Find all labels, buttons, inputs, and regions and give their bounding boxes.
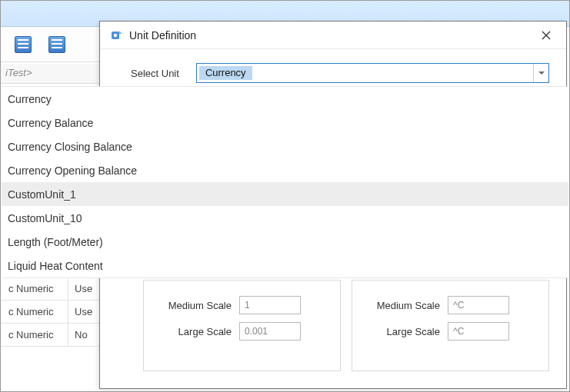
dropdown-option[interactable]: CustomUnit_1 — [2, 182, 568, 206]
cell-scope: No — [68, 329, 88, 341]
select-unit-combobox[interactable]: Currency — [196, 63, 549, 83]
unit-dropdown-list[interactable]: Currency Currency Balance Currency Closi… — [2, 86, 568, 278]
cell-type: c Numeric — [1, 301, 68, 323]
titlebar: Unit Definition — [100, 22, 566, 49]
cell-type: c Numeric — [1, 277, 68, 300]
medium-scale-label: Medium Scale — [363, 300, 440, 311]
background-toolbar — [1, 27, 101, 62]
dropdown-option[interactable]: Length (Foot/Meter) — [2, 230, 568, 254]
right-scale-panel: Medium Scale Large Scale — [352, 280, 549, 371]
scale-panels: Medium Scale Large Scale Medium Scale La… — [100, 280, 566, 388]
combobox-value: Currency — [199, 66, 252, 80]
dropdown-option[interactable]: CustomUnit_10 — [2, 206, 568, 230]
left-scale-panel: Medium Scale Large Scale — [143, 280, 341, 371]
dropdown-option[interactable]: Currency — [2, 87, 568, 111]
large-scale-input[interactable] — [239, 322, 301, 341]
large-scale-label: Large Scale — [155, 326, 232, 337]
medium-scale-label: Medium Scale — [155, 300, 232, 311]
select-unit-label: Select Unit — [131, 68, 179, 79]
chevron-down-icon[interactable] — [533, 64, 548, 82]
medium-scale-input[interactable] — [239, 296, 301, 314]
medium-scale-input[interactable] — [448, 296, 509, 314]
large-scale-input[interactable] — [448, 322, 509, 341]
grid-icon — [15, 36, 32, 53]
dropdown-option[interactable]: Currency Balance — [2, 111, 568, 135]
svg-point-1 — [114, 33, 117, 36]
grid-icon — [48, 36, 65, 53]
cell-scope: Use — [68, 306, 92, 317]
dropdown-option[interactable]: Currency Closing Balance — [2, 135, 568, 158]
select-unit-row: Select Unit Currency — [131, 63, 549, 83]
cell-type: c Numeric — [1, 324, 68, 346]
app-icon — [111, 29, 123, 42]
dropdown-option[interactable]: Currency Opening Balance — [2, 158, 568, 182]
close-button[interactable] — [534, 25, 558, 46]
dialog-title: Unit Definition — [129, 29, 196, 42]
cell-scope: Use — [68, 283, 92, 294]
large-scale-label: Large Scale — [363, 326, 440, 337]
breadcrumb: iTest> — [1, 64, 101, 84]
dropdown-option[interactable]: Liquid Heat Content — [2, 254, 568, 277]
